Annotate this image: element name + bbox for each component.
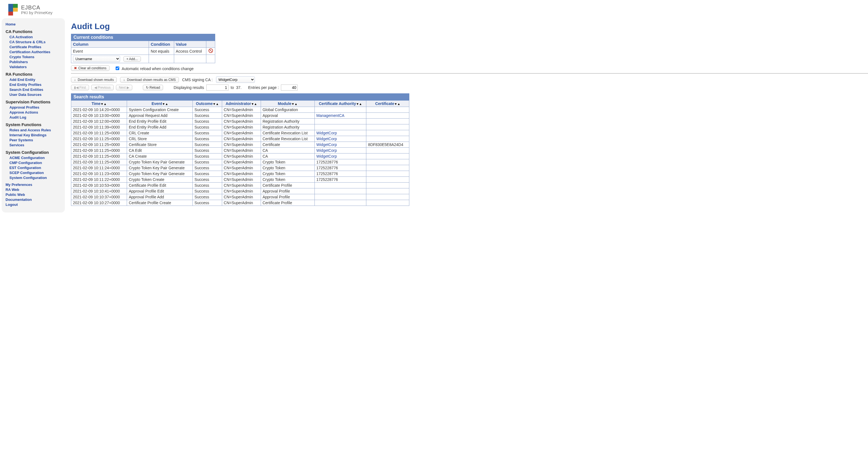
ca-link[interactable]: WidgetCorp xyxy=(316,131,337,135)
cell-outcome: Success xyxy=(193,171,222,177)
table-row: 2021-02-09 10:11:24+0000Crypto Token Key… xyxy=(71,165,409,171)
clear-conditions-label: Clear all conditions xyxy=(78,66,106,70)
nav-item[interactable]: User Data Sources xyxy=(9,93,41,97)
cell-module: Crypto Token xyxy=(261,159,314,165)
cms-signing-label: CMS signing CA : xyxy=(182,77,213,82)
table-row: 2021-02-09 10:11:25+0000Crypto Token Key… xyxy=(71,159,409,165)
results-column-header[interactable]: Outcome▼▲ xyxy=(193,101,222,107)
nav-item[interactable]: Approve Actions xyxy=(9,110,38,114)
nav-item[interactable]: CA Activation xyxy=(9,35,33,39)
sort-icon: ▼▲ xyxy=(101,102,107,105)
auto-reload-label[interactable]: Automatic reload when conditions change xyxy=(115,66,193,71)
conditions-title: Current conditions xyxy=(71,34,215,41)
cell-module: Certificate Revocation List xyxy=(261,136,314,142)
add-condition-select[interactable]: Username xyxy=(73,56,120,62)
cell-cert xyxy=(366,154,409,159)
ca-link[interactable]: WidgetCorp xyxy=(316,148,337,153)
remove-condition-icon[interactable] xyxy=(209,48,213,53)
nav-bottom-item[interactable]: Documentation xyxy=(5,198,32,202)
results-column-header[interactable]: Time▼▲ xyxy=(71,101,127,107)
nav-section-title: Supervision Functions xyxy=(5,99,61,104)
cell-admin: CN=SuperAdmin xyxy=(222,148,261,154)
nav-item[interactable]: Validators xyxy=(9,65,27,69)
conditions-table: Current conditions Column Condition Valu… xyxy=(71,34,215,63)
nav-item[interactable]: Add End Entity xyxy=(9,77,35,82)
cell-time: 2021-02-09 10:11:39+0000 xyxy=(71,124,127,130)
table-row: 2021-02-09 10:11:25+0000CRL CreateSucces… xyxy=(71,130,409,136)
download-button[interactable]: ↓ Download shown results xyxy=(71,77,117,83)
pager-previous-button[interactable]: ◀ Previous xyxy=(91,85,114,90)
cell-event: CRL Create xyxy=(127,130,193,136)
nav-item[interactable]: Certificate Profiles xyxy=(9,45,41,49)
logo-text: EJBCA PKI by PrimeKey xyxy=(21,4,53,15)
results-column-header[interactable]: Event▼▲ xyxy=(127,101,193,107)
nav-item[interactable]: System Configuration xyxy=(9,176,47,180)
results-column-header[interactable]: Certificate Authority▼▲ xyxy=(314,101,366,107)
pager-first-button[interactable]: ▮◀ First xyxy=(71,85,89,90)
nav-item[interactable]: CA Structure & CRLs xyxy=(9,40,45,44)
cell-event: End Entity Profile Add xyxy=(127,124,193,130)
cell-module: Certificate xyxy=(261,142,314,148)
table-row: 2021-02-09 10:11:25+0000CA CreateSuccess… xyxy=(71,154,409,159)
cell-cert xyxy=(366,200,409,206)
nav-item[interactable]: Crypto Tokens xyxy=(9,55,34,59)
nav-item[interactable]: End Entity Profiles xyxy=(9,83,41,87)
ca-link[interactable]: WidgetCorp xyxy=(316,154,337,159)
cell-time: 2021-02-09 10:10:53+0000 xyxy=(71,183,127,188)
nav-item[interactable]: Approval Profiles xyxy=(9,105,39,109)
results-column-header[interactable]: Certificate▼▲ xyxy=(366,101,409,107)
divider xyxy=(71,73,868,74)
nav-item[interactable]: SCEP Configuration xyxy=(9,171,44,175)
cell-module: CA xyxy=(261,154,314,159)
pager-next-button[interactable]: Next ▶ xyxy=(116,85,132,90)
displaying-from-input[interactable] xyxy=(206,85,228,91)
cms-signing-select[interactable]: WidgetCorp xyxy=(216,76,255,83)
cell-admin: CN=SuperAdmin xyxy=(222,154,261,159)
nav-bottom-item[interactable]: RA Web xyxy=(5,188,19,192)
nav-item[interactable]: Publishers xyxy=(9,60,28,64)
nav-bottom-item[interactable]: Logout xyxy=(5,202,18,207)
ca-link[interactable]: WidgetCorp xyxy=(316,142,337,147)
nav-item[interactable]: Search End Entities xyxy=(9,88,43,92)
nav-item[interactable]: Internal Key Bindings xyxy=(9,133,46,137)
nav-item[interactable]: Audit Log xyxy=(9,115,26,120)
cell-cert xyxy=(366,171,409,177)
nav-bottom-item[interactable]: My Preferences xyxy=(5,183,32,187)
nav-bottom-item[interactable]: Public Web xyxy=(5,193,25,197)
displaying-label: Displaying results xyxy=(174,85,204,90)
logo-icon xyxy=(8,4,18,15)
ca-link[interactable]: WidgetCorp xyxy=(316,137,337,141)
results-column-header[interactable]: Module▼▲ xyxy=(261,101,314,107)
cell-admin: CN=SuperAdmin xyxy=(222,171,261,177)
nav-item[interactable]: Roles and Access Rules xyxy=(9,128,51,132)
cell-time: 2021-02-09 10:11:23+0000 xyxy=(71,171,127,177)
table-row: 2021-02-09 10:10:41+0000Approval Profile… xyxy=(71,188,409,194)
nav-item[interactable]: Services xyxy=(9,143,24,147)
cell-event: System Configuration Create xyxy=(127,107,193,113)
download-cms-button[interactable]: ↓ Download shown results as CMS xyxy=(120,77,179,83)
cell-time: 2021-02-09 10:14:20+0000 xyxy=(71,107,127,113)
auto-reload-checkbox[interactable] xyxy=(116,66,119,70)
nav-item[interactable]: ACME Configuration xyxy=(9,156,45,160)
ca-link[interactable]: ManagementCA xyxy=(316,113,344,118)
cond-condition: Not equals xyxy=(149,48,174,55)
results-column-header[interactable]: Administrator▼▲ xyxy=(222,101,261,107)
cell-outcome: Success xyxy=(193,177,222,183)
clear-conditions-button[interactable]: ✖ Clear all conditions xyxy=(71,65,110,71)
nav-item[interactable]: CMP Configuration xyxy=(9,161,42,165)
nav-home[interactable]: Home xyxy=(5,22,16,26)
cell-cert xyxy=(366,119,409,124)
epp-input[interactable] xyxy=(281,85,298,91)
nav-item[interactable]: EST Configuration xyxy=(9,166,41,170)
cell-admin: CN=SuperAdmin xyxy=(222,200,261,206)
cell-event: CA Create xyxy=(127,154,193,159)
table-row: 2021-02-09 10:11:25+0000CRL StoreSuccess… xyxy=(71,136,409,142)
pager-reload-button[interactable]: ↻ Reload xyxy=(143,85,163,90)
cell-module: Approval Profile xyxy=(261,188,314,194)
cell-admin: CN=SuperAdmin xyxy=(222,194,261,200)
cell-event: Crypto Token Key Pair Generate xyxy=(127,159,193,165)
nav-item[interactable]: Peer Systems xyxy=(9,138,33,142)
nav-item[interactable]: Certification Authorities xyxy=(9,50,51,54)
cell-outcome: Success xyxy=(193,130,222,136)
add-condition-button[interactable]: + Add... xyxy=(123,56,141,62)
